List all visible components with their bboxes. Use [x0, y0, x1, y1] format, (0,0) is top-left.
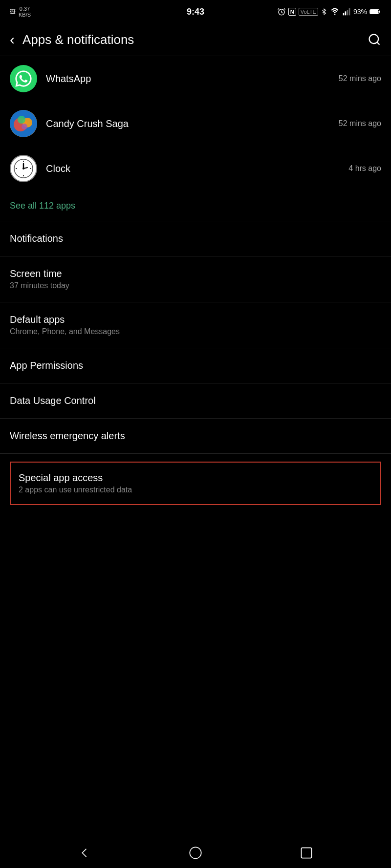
battery-icon — [369, 8, 381, 15]
menu-item-special-access[interactable]: Special app access 2 apps can use unrest… — [10, 462, 381, 505]
default-apps-subtitle: Chrome, Phone, and Messages — [10, 327, 381, 336]
svg-point-1 — [334, 14, 336, 15]
network-speed: 0.37 KB/S — [19, 6, 31, 18]
page-header: ‹ Apps & notifications — [0, 23, 391, 56]
svg-rect-4 — [347, 10, 348, 15]
whatsapp-name: WhatsApp — [46, 73, 330, 85]
candy-logo — [10, 110, 37, 137]
bluetooth-icon — [321, 7, 327, 16]
nav-back-icon — [78, 846, 91, 860]
candy-name: Candy Crush Saga — [46, 118, 330, 129]
svg-point-12 — [18, 116, 25, 124]
nav-recent-button[interactable] — [295, 841, 318, 865]
candy-icon — [10, 110, 37, 137]
app-item-candy[interactable]: Candy Crush Saga 52 mins ago — [0, 101, 391, 146]
svg-point-21 — [22, 168, 24, 169]
whatsapp-time: 52 mins ago — [339, 74, 381, 83]
search-icon[interactable] — [368, 33, 381, 46]
special-access-title: Special app access — [19, 472, 372, 484]
bottom-navigation — [0, 837, 391, 868]
status-right-icons: N VoLTE 93% — [277, 7, 381, 16]
svg-rect-5 — [349, 8, 350, 16]
svg-point-8 — [369, 35, 379, 44]
nav-home-button[interactable] — [184, 841, 207, 865]
page-title: Apps & notifications — [22, 32, 360, 47]
image-icon: 🖼 — [10, 8, 16, 15]
svg-point-22 — [190, 847, 201, 858]
whatsapp-icon — [10, 65, 37, 92]
menu-item-screen-time[interactable]: Screen time 37 minutes today — [0, 256, 391, 302]
screen-time-title: Screen time — [10, 268, 381, 279]
whatsapp-logo — [14, 69, 33, 88]
menu-item-emergency-alerts[interactable]: Wireless emergency alerts — [0, 419, 391, 453]
nav-home-icon — [189, 846, 202, 860]
svg-rect-3 — [345, 11, 347, 15]
bottom-spacer — [0, 513, 391, 552]
back-button[interactable]: ‹ — [10, 31, 15, 48]
special-access-subtitle: 2 apps can use unrestricted data — [19, 486, 372, 494]
clock-time: 4 hrs ago — [348, 164, 381, 173]
svg-rect-2 — [343, 13, 345, 16]
nav-back-button[interactable] — [73, 841, 96, 865]
data-usage-title: Data Usage Control — [10, 395, 381, 406]
divider-7 — [0, 453, 391, 454]
app-item-clock[interactable]: Clock 4 hrs ago — [0, 146, 391, 191]
default-apps-title: Default apps — [10, 314, 381, 325]
clock-app-icon — [10, 155, 37, 182]
signal-icon — [342, 8, 351, 16]
clock-name: Clock — [46, 163, 340, 174]
menu-item-data-usage[interactable]: Data Usage Control — [0, 383, 391, 418]
volte-icon: VoLTE — [299, 8, 318, 16]
app-permissions-title: App Permissions — [10, 360, 381, 371]
emergency-alerts-title: Wireless emergency alerts — [10, 430, 381, 442]
alarm-icon — [277, 7, 286, 16]
screen-time-subtitle: 37 minutes today — [10, 281, 381, 290]
app-item-whatsapp[interactable]: WhatsApp 52 mins ago — [0, 56, 391, 101]
status-left-icons: 🖼 0.37 KB/S — [10, 6, 31, 18]
battery-percentage: 93% — [353, 8, 367, 16]
menu-item-default-apps[interactable]: Default apps Chrome, Phone, and Messages — [0, 302, 391, 348]
status-time: 9:43 — [187, 7, 204, 17]
nfc-icon: N — [288, 8, 296, 16]
candy-time: 52 mins ago — [339, 119, 381, 128]
menu-item-app-permissions[interactable]: App Permissions — [0, 348, 391, 383]
see-all-apps[interactable]: See all 112 apps — [0, 191, 391, 221]
notifications-title: Notifications — [10, 233, 381, 244]
svg-point-13 — [22, 124, 27, 129]
status-bar: 9:43 🖼 0.37 KB/S N VoLTE — [0, 0, 391, 23]
nav-recent-icon — [300, 846, 313, 860]
svg-rect-7 — [370, 10, 378, 14]
menu-item-notifications[interactable]: Notifications — [0, 221, 391, 256]
svg-rect-23 — [301, 847, 311, 858]
clock-face — [14, 159, 33, 178]
wifi-icon — [330, 8, 340, 16]
